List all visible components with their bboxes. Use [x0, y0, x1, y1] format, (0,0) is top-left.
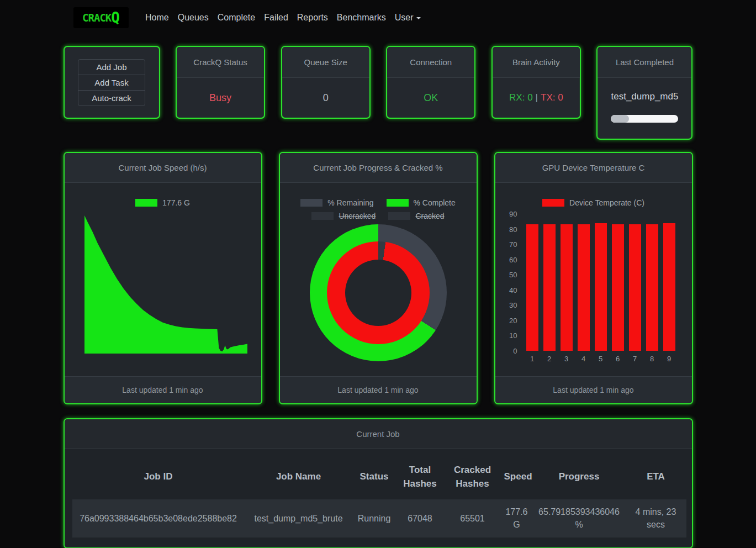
doughnut-hole	[345, 260, 411, 326]
table-cell: 177.6 G	[501, 499, 533, 537]
temperature-bar	[561, 224, 573, 351]
navbar: CRACKQ Home Queues Complete Failed Repor…	[0, 0, 756, 35]
caret-down-icon	[416, 17, 421, 19]
stats-row: Add Job Add Task Auto-crack CrackQ Statu…	[64, 46, 693, 140]
nav-item-failed[interactable]: Failed	[260, 13, 293, 23]
last-completed-progress-fill	[611, 115, 629, 123]
temperature-bars	[526, 214, 675, 351]
job-progress-last-updated: Last updated 1 min ago	[280, 376, 477, 403]
add-job-button[interactable]: Add Job	[78, 60, 145, 75]
table-cell: 4 mins, 23 secs	[626, 499, 686, 537]
table-header-cell: Job ID	[72, 455, 245, 499]
table-header-cell: Speed	[501, 455, 533, 499]
crackq-status-card: CrackQ Status Busy	[176, 46, 265, 119]
speed-legend-swatch	[135, 199, 157, 207]
y-axis-tick: 80	[509, 225, 517, 233]
table-cell: Running	[353, 499, 396, 537]
temperature-bar	[612, 224, 624, 351]
progress-legend-row2: Uncracked Cracked	[280, 212, 477, 220]
nav-item-complete[interactable]: Complete	[213, 13, 260, 23]
temperature-bar	[543, 224, 556, 351]
nav-item-benchmarks[interactable]: Benchmarks	[332, 13, 390, 23]
last-completed-progressbar	[611, 115, 678, 123]
x-axis-label: 2	[543, 355, 556, 363]
crackq-status-value: Busy	[209, 92, 231, 104]
last-completed-card: Last Completed test_dump_md5	[596, 46, 692, 140]
nav-item-home[interactable]: Home	[141, 13, 173, 23]
gpu-temperature-chart-title: GPU Device Temperature C	[495, 153, 692, 183]
current-job-title: Current Job	[65, 419, 692, 449]
nav-item-reports[interactable]: Reports	[293, 13, 332, 23]
x-axis-label: 5	[595, 355, 607, 363]
x-axis-label: 3	[561, 355, 573, 363]
progress-legend-row1: % Remaining % Complete	[280, 198, 477, 207]
table-row: 76a0993388464b65b3e08ede2588be82test_dum…	[72, 499, 686, 537]
connection-card: Connection OK	[386, 46, 475, 119]
temperature-legend-label: Device Temperate (C)	[569, 198, 644, 207]
connection-value: OK	[424, 92, 438, 104]
brain-rx-value: RX: 0	[509, 92, 533, 103]
table-header-cell: Cracked Hashes	[445, 455, 501, 499]
dashboard-container: Add Job Add Task Auto-crack CrackQ Statu…	[64, 46, 693, 548]
job-speed-chart-card: Current Job Speed (h/s) 177.6 G Last upd…	[64, 152, 262, 404]
job-speed-legend[interactable]: 177.6 G	[65, 198, 261, 207]
temperature-bar	[578, 224, 590, 351]
table-cell: 76a0993388464b65b3e08ede2588be82	[72, 499, 245, 537]
brain-activity-title: Brain Activity	[493, 47, 580, 78]
remaining-legend-label[interactable]: % Remaining	[327, 198, 373, 207]
y-axis-tick: 30	[509, 301, 517, 309]
table-header-cell: Progress	[533, 455, 626, 499]
x-axis-label: 1	[526, 355, 538, 363]
job-speed-chart-area: 177.6 G	[65, 183, 261, 376]
y-axis-tick: 70	[509, 240, 517, 249]
temperature-bar	[629, 224, 641, 351]
table-cell: test_dump_md5_brute	[245, 499, 353, 537]
temperature-bar-plot: 0102030405060708090	[526, 214, 675, 351]
gpu-temperature-last-updated: Last updated 1 min ago	[495, 376, 692, 403]
connection-title: Connection	[387, 47, 474, 78]
y-axis-tick: 90	[509, 210, 517, 218]
job-progress-chart-area: % Remaining % Complete Uncracked Cracked	[280, 183, 477, 376]
job-progress-chart-title: Current Job Progress & Cracked %	[280, 153, 477, 183]
y-axis-tick: 0	[513, 347, 517, 355]
nav-item-user-dropdown[interactable]: User	[390, 13, 425, 23]
uncracked-legend-label[interactable]: Uncracked	[339, 212, 376, 220]
queue-size-title: Queue Size	[282, 47, 369, 78]
add-task-button[interactable]: Add Task	[78, 75, 145, 91]
action-button-stack: Add Job Add Task Auto-crack	[78, 59, 145, 106]
y-axis-tick: 50	[509, 271, 517, 279]
x-axis-label: 4	[578, 355, 590, 363]
logo-text: CRACK	[82, 12, 111, 24]
charts-row: Current Job Speed (h/s) 177.6 G Last upd…	[64, 152, 693, 404]
job-speed-last-updated: Last updated 1 min ago	[65, 376, 261, 403]
job-speed-chart-title: Current Job Speed (h/s)	[65, 153, 261, 183]
actions-card: Add Job Add Task Auto-crack	[64, 46, 160, 119]
cracked-legend-label[interactable]: Cracked	[415, 212, 444, 220]
current-job-panel: Current Job Job IDJob NameStatusTotal Ha…	[64, 418, 693, 548]
auto-crack-button[interactable]: Auto-crack	[78, 91, 145, 106]
speed-area-chart	[84, 215, 247, 354]
complete-legend-swatch	[387, 199, 409, 207]
current-job-table: Job IDJob NameStatusTotal HashesCracked …	[72, 455, 686, 538]
complete-legend-label[interactable]: % Complete	[414, 198, 456, 207]
x-axis-label: 8	[646, 355, 658, 363]
table-header-cell: Status	[353, 455, 396, 499]
y-axis-tick: 10	[509, 331, 517, 340]
temperature-bar	[663, 223, 675, 351]
nav-item-queues[interactable]: Queues	[173, 13, 213, 23]
table-cell: 67048	[396, 499, 445, 537]
temperature-x-axis: 123456789	[526, 355, 683, 363]
logo-q: Q	[111, 9, 120, 26]
brain-separator: |	[536, 92, 538, 103]
crackq-logo[interactable]: CRACKQ	[73, 7, 129, 28]
remaining-legend-swatch	[300, 199, 323, 207]
y-axis-tick: 40	[509, 286, 517, 294]
queue-size-value: 0	[323, 92, 329, 104]
progress-doughnut-chart	[310, 224, 447, 361]
table-header-cell: ETA	[626, 455, 686, 499]
y-axis-tick: 60	[509, 255, 517, 264]
gpu-temperature-legend[interactable]: Device Temperate (C)	[495, 198, 692, 207]
crackq-status-title: CrackQ Status	[177, 47, 264, 78]
brain-tx-value: TX: 0	[541, 92, 563, 103]
x-axis-label: 7	[629, 355, 641, 363]
